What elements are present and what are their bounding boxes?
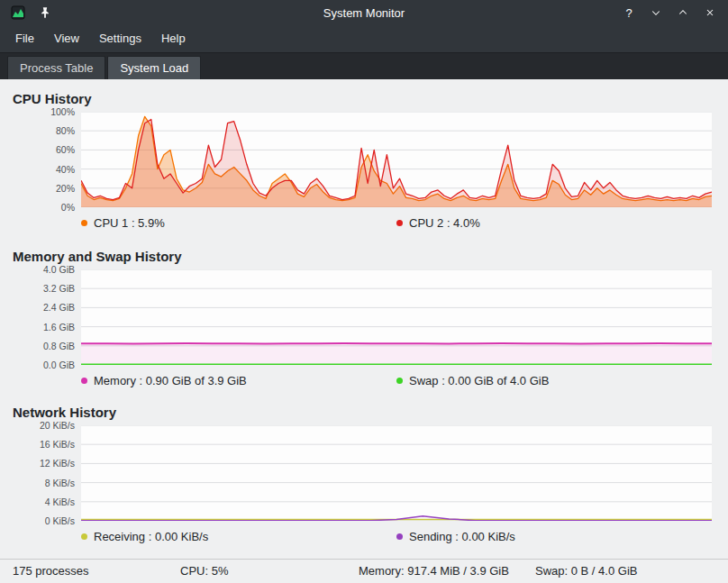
pin-icon[interactable] xyxy=(36,4,54,22)
cpu-usage-status: CPU: 5% xyxy=(180,564,228,578)
memory-legend-label: Memory : 0.90 GiB of 3.9 GiB xyxy=(94,374,247,387)
maximize-button[interactable] xyxy=(674,4,692,22)
sending-color-dot xyxy=(396,533,403,540)
cpu2-color-dot xyxy=(396,220,403,226)
sending-legend-label: Sending : 0.00 KiB/s xyxy=(409,530,515,543)
network-y-axis: 20 KiB/s16 KiB/s12 KiB/s8 KiB/s4 KiB/s0 … xyxy=(13,425,81,521)
legend-cpu1: CPU 1 : 5.9% xyxy=(81,216,396,230)
cpu2-legend-label: CPU 2 : 4.0% xyxy=(409,216,480,230)
titlebar: System Monitor ? xyxy=(0,0,728,25)
y-tick-label: 16 KiB/s xyxy=(40,439,75,450)
y-tick-label: 20 KiB/s xyxy=(40,420,75,431)
menu-help[interactable]: Help xyxy=(151,27,196,50)
y-tick-label: 0.8 GiB xyxy=(43,341,75,351)
tab-system-load[interactable]: System Load xyxy=(107,56,201,79)
cpu-history-chart xyxy=(81,112,712,207)
close-button[interactable] xyxy=(701,4,719,22)
system-monitor-window: System Monitor ? File View Settings Help… xyxy=(0,0,728,583)
y-tick-label: 1.6 GiB xyxy=(43,322,75,332)
system-load-page: CPU History 100%80%60%40%20%0% CPU 1 : 5… xyxy=(0,79,728,559)
menu-file[interactable]: File xyxy=(5,27,44,50)
process-count: 175 processes xyxy=(13,564,89,578)
receiving-color-dot xyxy=(81,533,87,540)
cpu1-color-dot xyxy=(81,220,87,226)
y-tick-label: 0% xyxy=(61,202,75,213)
memory-swap-chart xyxy=(81,269,712,365)
y-tick-label: 100% xyxy=(50,106,75,117)
menu-settings[interactable]: Settings xyxy=(89,27,151,50)
y-tick-label: 0.0 GiB xyxy=(43,360,75,370)
memory-legend: Memory : 0.90 GiB of 3.9 GiB Swap : 0.00… xyxy=(81,372,728,388)
swap-legend-label: Swap : 0.00 GiB of 4.0 GiB xyxy=(409,374,549,387)
cpu1-legend-label: CPU 1 : 5.9% xyxy=(94,216,165,230)
y-tick-label: 40% xyxy=(56,164,75,175)
statusbar: 175 processes CPU: 5% Memory: 917.4 MiB … xyxy=(0,559,728,583)
cpu-legend: CPU 1 : 5.9% CPU 2 : 4.0% xyxy=(81,214,728,231)
y-tick-label: 0 KiB/s xyxy=(45,515,75,526)
y-tick-label: 4 KiB/s xyxy=(45,496,75,507)
tab-process-table[interactable]: Process Table xyxy=(7,56,105,79)
legend-sending: Sending : 0.00 KiB/s xyxy=(396,530,515,543)
y-tick-label: 8 KiB/s xyxy=(45,478,75,488)
memory-usage-status: Memory: 917.4 MiB / 3.9 GiB xyxy=(359,564,509,578)
menubar: File View Settings Help xyxy=(0,25,728,53)
y-tick-label: 12 KiB/s xyxy=(40,458,75,469)
memory-swap-section: Memory and Swap History 4.0 GiB3.2 GiB2.… xyxy=(0,249,728,388)
swap-usage-status: Swap: 0 B / 4.0 GiB xyxy=(535,564,637,578)
memory-swap-title: Memory and Swap History xyxy=(13,249,728,264)
swap-color-dot xyxy=(396,378,403,384)
cpu-y-axis: 100%80%60%40%20%0% xyxy=(13,112,81,207)
legend-cpu2: CPU 2 : 4.0% xyxy=(396,216,480,230)
memory-color-dot xyxy=(81,378,87,384)
receiving-legend-label: Receiving : 0.00 KiB/s xyxy=(94,530,208,543)
tab-bar: Process Table System Load xyxy=(0,53,728,79)
network-history-section: Network History 20 KiB/s16 KiB/s12 KiB/s… xyxy=(0,405,728,544)
legend-swap: Swap : 0.00 GiB of 4.0 GiB xyxy=(396,374,549,387)
minimize-button[interactable] xyxy=(647,4,665,22)
y-tick-label: 4.0 GiB xyxy=(43,264,75,275)
y-tick-label: 60% xyxy=(56,144,75,155)
legend-receiving: Receiving : 0.00 KiB/s xyxy=(81,530,396,543)
app-icon xyxy=(9,4,27,22)
help-button[interactable]: ? xyxy=(620,4,638,22)
memory-y-axis: 4.0 GiB3.2 GiB2.4 GiB1.6 GiB0.8 GiB0.0 G… xyxy=(13,269,81,365)
network-history-title: Network History xyxy=(13,405,728,420)
cpu-history-title: CPU History xyxy=(13,91,728,106)
y-tick-label: 80% xyxy=(56,125,75,136)
y-tick-label: 2.4 GiB xyxy=(43,302,75,313)
network-history-chart xyxy=(81,425,712,521)
menu-view[interactable]: View xyxy=(44,27,89,50)
y-tick-label: 3.2 GiB xyxy=(43,283,75,294)
network-legend: Receiving : 0.00 KiB/s Sending : 0.00 Ki… xyxy=(81,528,728,544)
y-tick-label: 20% xyxy=(56,183,75,194)
legend-memory: Memory : 0.90 GiB of 3.9 GiB xyxy=(81,374,396,387)
window-title: System Monitor xyxy=(180,6,548,20)
cpu-history-section: CPU History 100%80%60%40%20%0% CPU 1 : 5… xyxy=(0,91,728,231)
